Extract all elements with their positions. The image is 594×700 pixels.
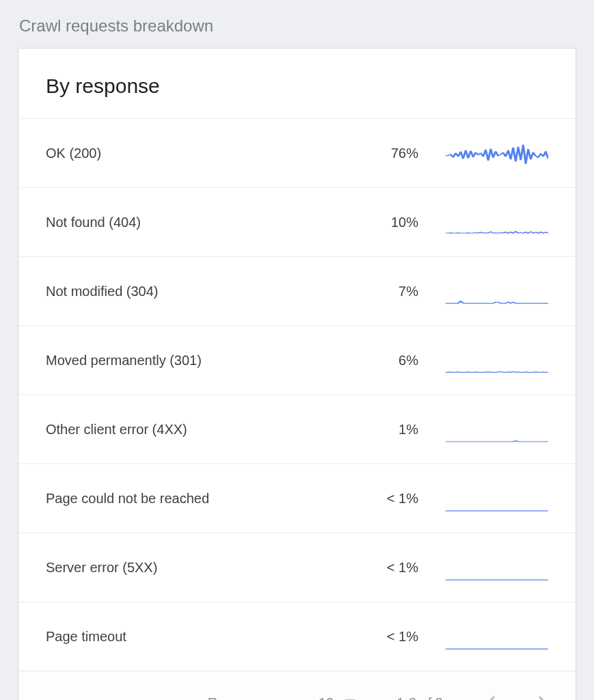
row-value: 1% [350, 422, 418, 438]
row-label: Server error (5XX) [46, 560, 350, 576]
page-title: Crawl requests breakdown [19, 16, 576, 36]
sparkline [446, 554, 548, 581]
row-label: Moved permanently (301) [46, 353, 350, 368]
row-value: < 1% [350, 491, 418, 507]
table-footer: Rows per page: 10 1-8 of 8 [18, 671, 576, 700]
sparkline [446, 208, 548, 236]
row-value: 7% [350, 284, 418, 299]
row-label: OK (200) [46, 146, 350, 161]
rows-per-page-select[interactable]: 10 [319, 695, 355, 701]
card-title: By response [46, 75, 548, 98]
row-label: Page could not be reached [46, 491, 350, 507]
pagination-range: 1-8 of 8 [396, 695, 443, 701]
sparkline [446, 347, 548, 374]
chevron-right-icon [533, 696, 547, 700]
table-row[interactable]: OK (200)76% [18, 118, 576, 187]
row-label: Other client error (4XX) [46, 422, 350, 438]
row-value: 76% [350, 146, 418, 161]
rows-per-page-value: 10 [319, 695, 334, 701]
response-rows: OK (200)76%Not found (404)10%Not modifie… [18, 118, 576, 671]
row-label: Not found (404) [46, 215, 350, 230]
sparkline [446, 623, 548, 650]
table-row[interactable]: Moved permanently (301)6% [18, 325, 576, 394]
prev-page-button[interactable] [477, 686, 510, 700]
table-row[interactable]: Page could not be reached< 1% [18, 463, 576, 533]
row-value: 6% [350, 353, 418, 368]
row-value: < 1% [350, 560, 418, 576]
next-page-button[interactable] [524, 686, 556, 700]
chevron-left-icon [487, 696, 500, 700]
sparkline [446, 278, 548, 305]
table-row[interactable]: Not modified (304)7% [18, 256, 576, 325]
table-row[interactable]: Page timeout< 1% [18, 602, 576, 671]
table-row[interactable]: Server error (5XX)< 1% [18, 533, 576, 602]
sparkline [446, 139, 548, 167]
row-value: 10% [350, 215, 418, 230]
rows-per-page-label: Rows per page: [208, 695, 303, 701]
table-row[interactable]: Other client error (4XX)1% [18, 394, 576, 463]
sparkline [446, 416, 548, 443]
sparkline [446, 485, 548, 512]
table-row[interactable]: Not found (404)10% [18, 187, 576, 256]
breakdown-card: By response OK (200)76%Not found (404)10… [18, 48, 576, 700]
card-header: By response [18, 49, 576, 118]
row-value: < 1% [350, 629, 418, 645]
row-label: Not modified (304) [46, 284, 350, 299]
row-label: Page timeout [46, 629, 350, 645]
